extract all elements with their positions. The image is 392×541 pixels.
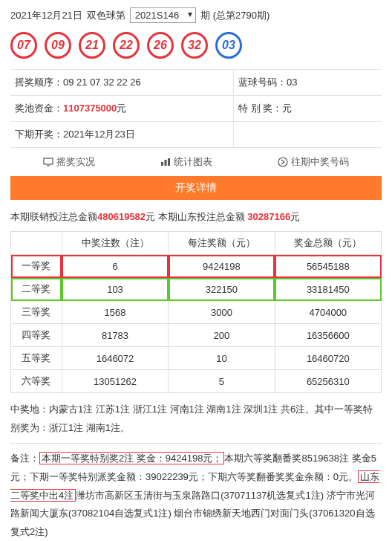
summary-line: 本期联销投注总金额480619582元 本期山东投注总金额 30287166元	[10, 207, 382, 231]
table-row: 一等奖6942419856545188	[11, 255, 382, 278]
th-blank	[11, 232, 62, 255]
prize-table: 中奖注数（注） 每注奖额（元） 奖金总额（元） 一等奖6942419856545…	[10, 231, 382, 393]
red-ball: 22	[113, 32, 140, 59]
svg-rect-3	[165, 160, 167, 166]
red-ball: 09	[45, 32, 71, 59]
blue-number: 蓝球号码：03	[233, 70, 382, 95]
info-grid: 摇奖顺序：09 21 07 32 22 26 蓝球号码：03 奖池资金：1107…	[10, 69, 382, 148]
special-prize: 特 别 奖：元	[233, 96, 382, 121]
table-row: 五等奖16460721016460720	[11, 347, 382, 370]
note-remarks: 备注：本期一等奖特别奖2注 奖金：9424198元；本期六等奖翻番奖851963…	[10, 450, 382, 541]
th-per: 每注奖额（元）	[169, 232, 275, 255]
divider	[10, 443, 382, 444]
period-suffix: 期 (总第2790期)	[200, 9, 270, 22]
next-draw: 下期开奖：2021年12月23日	[10, 122, 233, 147]
svg-point-5	[278, 158, 287, 166]
svg-rect-2	[161, 162, 163, 166]
ball-row: 07 09 21 22 26 32 03	[10, 32, 382, 59]
red-ball: 26	[147, 32, 174, 59]
th-count: 中奖注数（注）	[62, 232, 168, 255]
svg-rect-0	[44, 158, 53, 164]
red-ball: 07	[10, 32, 37, 59]
draw-order: 摇奖顺序：09 21 07 32 22 26	[10, 70, 233, 95]
nav-history[interactable]: 往期中奖号码	[278, 155, 349, 169]
blue-ball: 03	[215, 32, 242, 59]
details-button[interactable]: 开奖详情	[10, 176, 382, 200]
prize-pool: 奖池资金：1107375000元	[10, 96, 233, 121]
monitor-icon	[43, 157, 53, 167]
red-ball: 32	[181, 32, 208, 59]
note-winners: 中奖地：内蒙古1注 江苏1注 浙江1注 河南1注 湖南1注 深圳1注 共6注。其…	[10, 401, 382, 437]
nav-stats[interactable]: 统计图表	[160, 155, 212, 169]
notes-section: 中奖地：内蒙古1注 江苏1注 浙江1注 河南1注 湖南1注 深圳1注 共6注。其…	[10, 401, 382, 541]
nav-live[interactable]: 摇奖实况	[43, 155, 95, 169]
game-name: 双色球第	[87, 9, 125, 22]
svg-rect-4	[168, 158, 170, 166]
chart-icon	[160, 157, 171, 167]
table-row: 六等奖13051262565256310	[11, 370, 382, 393]
period-select[interactable]: 2021S146	[130, 7, 196, 23]
header-line: 2021年12月21日 双色球第 2021S146 期 (总第2790期)	[10, 7, 382, 23]
th-total: 奖金总额（元）	[275, 232, 381, 255]
red-ball: 21	[79, 32, 105, 59]
table-row: 四等奖8178320016356600	[11, 324, 382, 347]
arrow-right-icon	[278, 157, 288, 167]
table-row: 二等奖10332215033181450	[11, 278, 382, 301]
table-row: 三等奖156830004704000	[11, 301, 382, 324]
nav-links: 摇奖实况 统计图表 往期中奖号码	[10, 148, 382, 176]
draw-date: 2021年12月21日	[10, 9, 82, 22]
